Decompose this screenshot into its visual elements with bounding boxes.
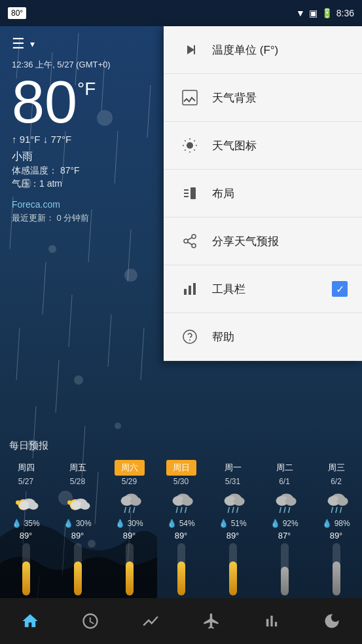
svg-line-48	[124, 508, 126, 513]
battery-icon: 🔋	[321, 8, 333, 18]
temp-bar	[126, 561, 134, 596]
svg-point-65	[285, 497, 296, 506]
svg-line-86	[188, 238, 192, 240]
svg-rect-89	[193, 283, 196, 295]
day-date: 5/31	[225, 477, 240, 486]
day-weather-icon	[12, 489, 40, 516]
last-update: 最近更新： 0 分钟前	[12, 212, 152, 224]
temp-bar	[74, 561, 82, 596]
menu-item[interactable]: 帮助	[164, 313, 362, 361]
svg-point-83	[184, 239, 188, 243]
menu-item[interactable]: 分享天气预报	[164, 218, 362, 265]
wifi-icon: ▼	[296, 8, 305, 18]
svg-line-50	[133, 508, 134, 513]
svg-rect-87	[184, 289, 187, 295]
temp-bar	[333, 561, 340, 596]
weather-description: 小雨	[12, 150, 152, 164]
forecast-day: 周二 6/1 💧 92% 87°	[259, 457, 310, 598]
menu-icon[interactable]: ☰	[12, 35, 25, 52]
temp-value: 80	[12, 75, 77, 131]
svg-line-66	[280, 508, 281, 513]
menu-item[interactable]: 布局	[164, 170, 362, 218]
nav-clock[interactable]	[81, 612, 100, 630]
day-temp: 89°	[175, 531, 188, 540]
day-precip: 💧 54%	[167, 519, 194, 528]
bottom-navigation	[0, 598, 362, 644]
svg-point-37	[19, 501, 30, 509]
forecast-day: 周三 6/2 💧 98% 89°	[310, 457, 362, 598]
forecast-day: 周日 5/30 💧 54% 89°	[155, 457, 207, 598]
svg-line-73	[336, 508, 337, 513]
svg-line-72	[331, 508, 333, 513]
svg-point-77	[187, 142, 193, 149]
svg-rect-76	[183, 90, 197, 105]
day-weather-icon	[64, 489, 92, 516]
day-date: 6/1	[279, 477, 290, 486]
nav-chart[interactable]	[141, 612, 160, 630]
forecast-title: 每日预报	[0, 440, 362, 452]
up-arrow: ↑	[12, 134, 17, 145]
day-temp: 89°	[226, 531, 240, 540]
svg-point-90	[183, 330, 196, 343]
day-temp: 87°	[278, 531, 291, 540]
temp-bar-container	[229, 543, 237, 596]
day-date: 6/2	[331, 477, 342, 486]
top-bar: ☰ ▾	[12, 35, 152, 52]
forecast-day: 周六 5/29 💧 30% 89°	[103, 457, 155, 598]
day-label: 周四	[11, 460, 41, 476]
day-date: 5/30	[173, 477, 189, 486]
day-label: 周三	[321, 460, 352, 476]
svg-line-62	[236, 508, 238, 513]
nav-bars[interactable]	[262, 612, 281, 630]
hi-lo-temps: ↑ 91°F ↓ 77°F	[12, 134, 152, 145]
day-date: 5/27	[18, 477, 33, 486]
svg-rect-78	[190, 187, 196, 199]
svg-point-43	[71, 501, 82, 509]
nav-plane[interactable]	[202, 612, 221, 630]
forecast-scroll[interactable]: 周四 5/27 💧 35% 89° 周五 5/28 �	[0, 457, 362, 598]
svg-line-49	[129, 508, 130, 513]
svg-point-38	[28, 502, 38, 510]
daily-forecast: 每日预报 周四 5/27 💧 35% 89° 周五 5/28	[0, 433, 362, 598]
source-link[interactable]: Foreca.com	[12, 199, 152, 210]
menu-item[interactable]: 工具栏 ✓	[164, 265, 362, 313]
day-temp: 89°	[330, 531, 343, 540]
day-weather-icon	[323, 489, 350, 516]
nav-home[interactable]	[21, 612, 39, 630]
temp-bar	[229, 561, 237, 596]
svg-point-71	[336, 497, 348, 506]
menu-item-icon	[178, 38, 202, 62]
menu-item[interactable]: 温度单位 (F°)	[164, 26, 362, 74]
menu-item-label: 天气背景	[212, 90, 348, 105]
temp-bar-container	[74, 543, 82, 596]
day-label: 周二	[270, 460, 300, 476]
day-weather-icon	[116, 489, 143, 516]
lo-temp: 77°F	[50, 134, 71, 145]
svg-point-59	[233, 497, 244, 506]
menu-item-label: 工具栏	[212, 282, 332, 297]
day-weather-icon	[271, 489, 299, 516]
day-precip: 💧 98%	[322, 519, 350, 528]
menu-checkbox[interactable]: ✓	[332, 281, 348, 297]
nav-moon[interactable]	[323, 612, 341, 630]
day-precip: 💧 30%	[115, 519, 143, 528]
day-temp: 89°	[71, 531, 84, 540]
svg-line-61	[232, 508, 234, 513]
forecast-day: 周一 5/31 💧 51% 89°	[207, 457, 259, 598]
day-date: 5/29	[122, 477, 137, 486]
svg-line-74	[340, 508, 341, 513]
day-label: 周一	[218, 460, 248, 476]
menu-item-icon	[178, 86, 202, 109]
menu-item-icon	[178, 181, 202, 205]
temp-bar-container	[281, 543, 289, 596]
day-temp: 89°	[20, 531, 33, 540]
svg-point-82	[192, 235, 196, 238]
menu-item[interactable]: 天气图标	[164, 122, 362, 170]
menu-item[interactable]: 天气背景	[164, 74, 362, 122]
svg-line-60	[228, 508, 229, 513]
temp-bar-container	[126, 543, 134, 596]
day-precip: 💧 30%	[63, 519, 91, 528]
temp-bar-container	[177, 543, 185, 596]
dropdown-icon[interactable]: ▾	[30, 39, 35, 49]
temp-bar	[281, 567, 289, 596]
